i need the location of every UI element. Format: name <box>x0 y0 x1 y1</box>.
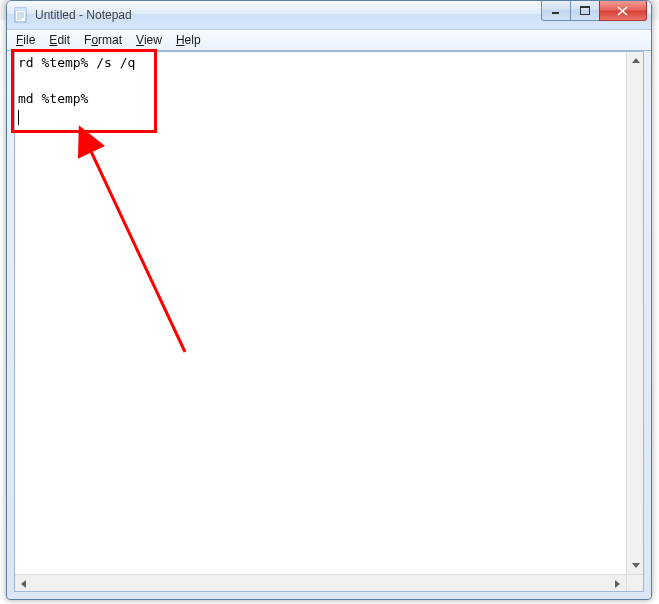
notepad-window: Untitled - Notepad File Edit Format View… <box>6 0 652 600</box>
close-button[interactable] <box>599 1 647 21</box>
text-caret <box>18 110 19 125</box>
scroll-down-button[interactable] <box>627 557 644 574</box>
menubar: File Edit Format View Help <box>7 30 651 51</box>
horizontal-scrollbar[interactable] <box>15 574 626 591</box>
scrollbar-corner <box>626 574 643 591</box>
notepad-icon <box>13 7 29 23</box>
menu-edit[interactable]: Edit <box>42 31 77 49</box>
text-editor[interactable]: rd %temp% /s /q md %temp% <box>15 52 626 574</box>
menu-file[interactable]: File <box>9 31 42 49</box>
maximize-button[interactable] <box>570 1 600 21</box>
editor-content: rd %temp% /s /q md %temp% <box>18 55 135 106</box>
client-area: rd %temp% /s /q md %temp% <box>14 51 644 592</box>
titlebar[interactable]: Untitled - Notepad <box>7 1 651 30</box>
svg-rect-1 <box>15 8 26 11</box>
scroll-up-button[interactable] <box>627 52 644 69</box>
window-title: Untitled - Notepad <box>35 8 132 22</box>
minimize-button[interactable] <box>541 1 571 21</box>
vertical-scrollbar[interactable] <box>626 52 643 574</box>
menu-view[interactable]: View <box>129 31 169 49</box>
scroll-left-button[interactable] <box>15 575 32 592</box>
scroll-right-button[interactable] <box>609 575 626 592</box>
menu-help[interactable]: Help <box>169 31 208 49</box>
menu-format[interactable]: Format <box>77 31 129 49</box>
window-controls <box>541 1 647 29</box>
